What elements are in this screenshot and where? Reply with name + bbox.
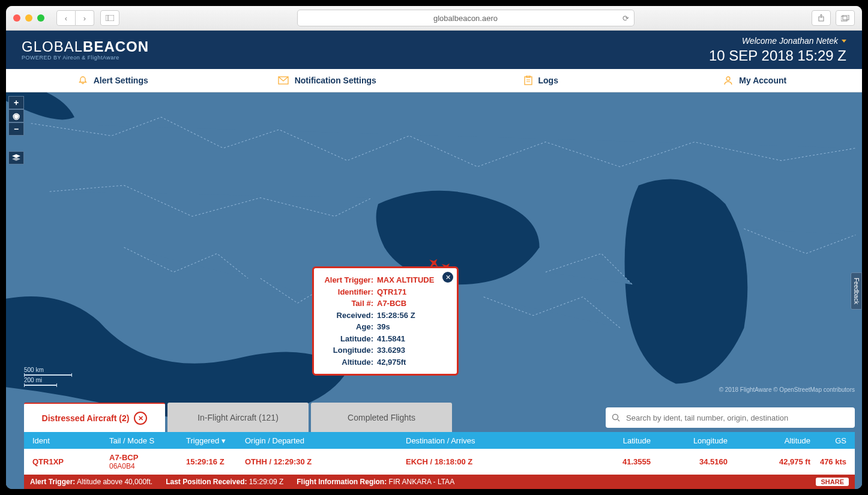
nav-label: Notification Settings [295,76,376,85]
minimize-window-icon[interactable] [25,14,32,22]
cell-gs: 476 kts [813,457,849,466]
map-zoom-controls: + ◉ − [8,96,24,136]
sidebar-button[interactable] [100,10,119,26]
search-icon [612,413,620,422]
tab-label: In-Flight Aircraft (121) [197,413,279,422]
th-triggered[interactable]: Triggered ▾ [184,436,243,445]
svg-line-16 [618,419,619,421]
cell-destination: EKCH / 18:18:00 Z [403,457,576,466]
popup-row: Identifier:QTR171 [322,286,448,298]
tab-inflight[interactable]: In-Flight Aircraft (121) [167,403,309,433]
map-attribution: © 2018 FlightAware © OpenStreetMap contr… [719,386,855,393]
popup-value: 41.5841 [377,333,405,345]
address-bar[interactable]: globalbeacon.aero ⟳ [297,10,634,26]
svg-rect-7 [525,77,532,85]
address-bar-wrap: globalbeacon.aero ⟳ [125,10,806,26]
search-input[interactable] [625,413,849,423]
nav-my-account[interactable]: My Account [648,69,863,92]
cell-triggered: 15:29:16 Z [184,457,243,466]
table-footer: Alert Trigger: Altitude above 40,000ft. … [24,475,855,489]
map-area[interactable]: + ◉ − 500 km 200 mi © 2018 FlightAware ©… [6,92,862,489]
nav-logs[interactable]: Logs [434,69,648,92]
svg-rect-4 [841,16,847,21]
share-button[interactable]: SHARE [816,478,849,486]
foot-fir-value: FIR ANKARA - LTAA [389,478,455,486]
svg-rect-5 [843,15,849,20]
popup-row: Received:15:28:56 Z [322,310,448,322]
cell-altitude: 42,975 ft [730,457,813,466]
tab-label: Completed Flights [348,413,415,422]
nav-buttons: ‹ › [56,10,94,26]
datetime-display: 10 SEP 2018 15:29 Z [709,47,846,64]
layers-button[interactable] [8,151,24,164]
zoom-in-button[interactable]: + [8,96,24,109]
th-destination[interactable]: Destination / Arrives [403,436,576,445]
th-altitude[interactable]: Altitude [730,436,813,445]
th-longitude[interactable]: Longitude [653,436,730,445]
back-button[interactable]: ‹ [56,10,76,26]
popup-label: Longitude: [322,344,373,356]
app-header: GLOBALBEACON POWERED BY Aireon & FlightA… [6,31,862,69]
flight-table: Ident Tail / Mode S Triggered ▾ Origin /… [24,432,855,489]
flight-tabs: Distressed Aircraft (2) ✕ In-Flight Airc… [24,403,855,433]
tab-distressed[interactable]: Distressed Aircraft (2) ✕ [24,403,165,433]
logo-text-bold: BEACON [83,38,149,55]
forward-button[interactable]: › [76,10,94,26]
foot-lastpos-label: Last Position Received: [166,478,247,486]
th-ident[interactable]: Ident [30,436,107,445]
scale-km: 500 km [24,367,72,373]
th-gs[interactable]: GS [813,436,849,445]
url-text: globalbeacon.aero [433,14,498,23]
share-browser-button[interactable] [812,10,831,26]
tabs-browser-button[interactable] [836,10,855,26]
zoom-out-button[interactable]: − [8,122,24,136]
popup-label: Alert Trigger: [322,274,373,286]
feedback-tab[interactable]: Feedback [851,272,862,310]
popup-label: Identifier: [322,286,373,298]
cell-latitude: 41.3555 [576,457,653,466]
window-controls [13,14,44,22]
th-tail[interactable]: Tail / Mode S [107,436,184,445]
popup-label: Age: [322,321,373,333]
main-nav: Alert Settings Notification Settings Log… [6,69,862,92]
th-origin[interactable]: Origin / Departed [243,436,403,445]
popup-row: Altitude:42,975ft [322,356,448,368]
svg-marker-14 [12,157,20,161]
popup-row: Tail #:A7-BCB [322,298,448,310]
popup-value: 33.6293 [377,344,405,356]
popup-row: Longitude:33.6293 [322,344,448,356]
popup-row: Latitude:41.5841 [322,333,448,345]
popup-value: A7-BCB [377,298,406,310]
clipboard-icon [524,76,532,85]
nav-notification-settings[interactable]: Notification Settings [220,69,435,92]
globe-button[interactable]: ◉ [8,109,24,122]
flight-search[interactable] [606,407,855,428]
popup-value: MAX ALTITUDE [377,274,434,286]
envelope-icon [278,76,289,85]
map-scale: 500 km 200 mi [24,367,72,387]
nav-alert-settings[interactable]: Alert Settings [6,69,220,92]
logo[interactable]: GLOBALBEACON POWERED BY Aireon & FlightA… [22,40,149,61]
tab-completed[interactable]: Completed Flights [311,403,452,433]
close-icon[interactable]: ✕ [442,272,453,283]
user-menu[interactable]: Welcome Jonathan Netek [742,36,846,46]
popup-label: Altitude: [322,356,373,368]
table-row[interactable]: QTR1XP A7-BCP 06A0B4 15:29:16 Z OTHH / 1… [24,449,855,475]
user-icon [723,76,733,85]
header-right: Welcome Jonathan Netek 10 SEP 2018 15:29… [709,35,846,64]
bell-icon [78,76,88,85]
th-latitude[interactable]: Latitude [576,436,653,445]
clear-filter-icon[interactable]: ✕ [134,412,147,425]
reload-icon[interactable]: ⟳ [622,14,629,23]
popup-label: Latitude: [322,333,373,345]
toolbar-right [812,10,855,26]
fullscreen-window-icon[interactable] [37,14,44,22]
close-window-icon[interactable] [13,14,20,22]
svg-rect-0 [106,15,114,21]
chevron-down-icon [842,40,846,43]
foot-trigger-label: Alert Trigger: [30,478,75,486]
cell-ident: QTR1XP [30,457,107,466]
popup-row: Age:39s [322,321,448,333]
svg-point-15 [613,415,618,420]
welcome-text: Welcome Jonathan Netek [742,36,838,46]
